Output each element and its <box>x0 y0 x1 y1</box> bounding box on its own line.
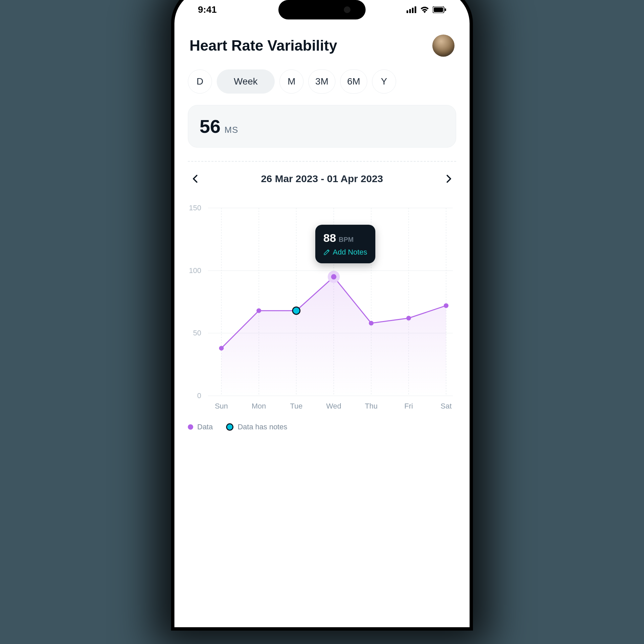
range-tab-3m[interactable]: 3M <box>308 69 335 94</box>
range-tab-label: Week <box>234 76 258 87</box>
page-header: Heart Rate Variability <box>188 35 456 57</box>
range-tab-y[interactable]: Y <box>372 69 396 94</box>
svg-rect-2 <box>412 8 414 13</box>
legend-dot-notes <box>226 423 233 431</box>
range-tab-label: Y <box>381 76 387 87</box>
chevron-right-icon[interactable] <box>443 174 453 184</box>
metric-value: 56 <box>200 115 220 137</box>
status-time: 9:41 <box>198 4 217 15</box>
chevron-left-icon[interactable] <box>191 174 201 184</box>
svg-rect-6 <box>445 8 446 11</box>
cellular-icon <box>407 6 417 13</box>
chart-container: 150100500SunMonTueWedThuFriSat 88 BPM Ad… <box>188 201 456 416</box>
data-point[interactable] <box>369 321 374 325</box>
range-tab-d[interactable]: D <box>188 69 212 94</box>
date-nav: 26 Mar 2023 - 01 Apr 2023 <box>188 173 456 184</box>
range-tab-label: M <box>287 76 295 87</box>
wifi-icon <box>420 6 429 13</box>
range-tabs: D Week M 3M 6M Y <box>188 69 456 94</box>
legend-label: Data <box>197 423 213 431</box>
date-range-label: 26 Mar 2023 - 01 Apr 2023 <box>261 173 383 184</box>
range-tab-label: D <box>197 76 203 87</box>
divider <box>188 161 456 162</box>
range-tab-6m[interactable]: 6M <box>340 69 367 94</box>
avatar[interactable] <box>432 35 454 57</box>
data-point[interactable] <box>219 346 224 351</box>
notch <box>278 0 366 19</box>
data-point-notes[interactable] <box>292 307 300 314</box>
x-tick-label: Sun <box>215 402 228 410</box>
chart-tooltip: 88 BPM Add Notes <box>315 225 375 263</box>
legend-dot-data <box>188 424 193 430</box>
legend-label: Data has notes <box>237 423 287 431</box>
add-notes-button[interactable]: Add Notes <box>323 248 367 257</box>
x-tick-label: Fri <box>405 402 413 410</box>
y-tick-label: 100 <box>189 266 201 275</box>
status-icons <box>407 6 446 13</box>
x-tick-label: Thu <box>365 402 378 410</box>
edit-icon <box>323 249 330 256</box>
y-tick-label: 0 <box>197 391 201 400</box>
chart-legend: Data Data has notes <box>188 423 456 431</box>
x-tick-label: Sat <box>440 402 451 410</box>
range-tab-label: 3M <box>315 76 328 87</box>
metric-card: 56 MS <box>188 105 456 148</box>
battery-icon <box>433 6 446 13</box>
range-tab-label: 6M <box>347 76 360 87</box>
svg-rect-5 <box>434 7 443 12</box>
page-title: Heart Rate Variability <box>190 37 337 54</box>
add-notes-label: Add Notes <box>333 248 367 257</box>
svg-rect-1 <box>409 9 411 13</box>
metric-unit: MS <box>224 125 238 135</box>
tooltip-value: 88 <box>323 231 336 245</box>
svg-rect-0 <box>407 10 408 13</box>
tooltip-unit: BPM <box>339 236 354 244</box>
y-tick-label: 150 <box>189 204 201 212</box>
legend-item-notes: Data has notes <box>226 423 287 431</box>
x-tick-label: Mon <box>252 402 266 410</box>
range-tab-week[interactable]: Week <box>217 69 275 94</box>
data-point[interactable] <box>406 316 411 321</box>
data-point[interactable] <box>444 303 448 308</box>
x-tick-label: Tue <box>290 402 303 410</box>
y-tick-label: 50 <box>193 329 201 337</box>
data-point-highlight[interactable] <box>331 274 336 279</box>
data-point[interactable] <box>257 308 261 313</box>
phone-frame: 9:41 Heart Rate Variability D Week M 3M … <box>174 0 470 627</box>
svg-rect-3 <box>415 6 416 13</box>
range-tab-m[interactable]: M <box>279 69 304 94</box>
x-tick-label: Wed <box>326 402 341 410</box>
legend-item-data: Data <box>188 423 213 431</box>
